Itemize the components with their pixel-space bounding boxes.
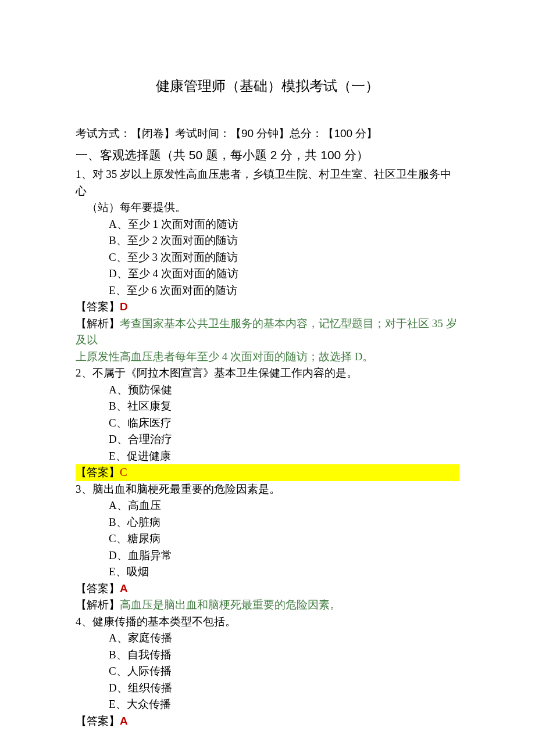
q2-option-e: E、促进健康 [76,448,459,465]
q3-answer-value: A [120,582,128,594]
q3-option-e: E、吸烟 [76,564,459,581]
q4-option-a: A、家庭传播 [76,630,459,647]
q1-option-e: E、至少 6 次面对面的随访 [76,282,459,299]
q4-option-d: D、组织传播 [76,680,459,697]
q3-analysis-text: 高血压是脑出血和脑梗死最重要的危险因素。 [120,599,341,611]
q1-answer-line: 【答案】D [76,299,459,316]
q2-answer-line-highlight: 【答案】C [76,464,459,481]
question-1: 1、对 35 岁以上原发性高血压患者，乡镇卫生院、村卫生室、社区卫生服务中心 （… [76,166,459,365]
q4-option-c: C、人际传播 [76,663,459,680]
q3-answer-line: 【答案】A [76,581,459,597]
q1-stem-line1: 1、对 35 岁以上原发性高血压患者，乡镇卫生院、村卫生室、社区卫生服务中心 [76,166,459,199]
q2-option-c: C、临床医疗 [76,415,459,432]
section-detail: （共 50 题，每小题 2 分，共 100 分） [161,148,369,162]
q2-option-d: D、合理治疗 [76,431,459,448]
q2-number: 2、 [76,367,92,379]
meta-total-value: 【100 分】 [323,127,377,139]
q1-option-c: C、至少 3 次面对面的随访 [76,249,459,266]
q3-answer-label: 【答案】 [76,582,120,594]
q4-number: 4、 [76,615,92,628]
page-title: 健康管理师（基础）模拟考试（一） [76,76,459,96]
q1-option-a: A、至少 1 次面对面的随访 [76,216,459,233]
q1-option-b: B、至少 2 次面对面的随访 [76,232,459,249]
q2-answer-value: C [120,466,127,478]
q3-stem: 3、脑出血和脑梗死最重要的危险因素是。 [76,481,459,498]
q1-stem-line2: （站）每年要提供。 [76,199,459,216]
q1-analysis-line2: 上原发性高血压患者每年至少 4 次面对面的随访；故选择 D。 [76,349,459,366]
q2-option-b: B、社区康复 [76,398,459,415]
q1-analysis-label: 【解析】 [76,317,120,329]
q1-answer-label: 【答案】 [76,300,120,313]
q4-option-e: E、大众传播 [76,696,459,713]
q1-analysis-line1: 【解析】考查国家基本公共卫生服务的基本内容，记忆型题目；对于社区 35 岁及以 [76,316,459,349]
section-prefix: 一、客观选择题 [76,148,161,162]
q2-answer-label: 【答案】 [76,466,120,478]
q1-option-d: D、至少 4 次面对面的随访 [76,266,459,282]
q4-option-b: B、自我传播 [76,647,459,664]
q4-answer-line: 【答案】A [76,713,459,730]
exam-page: 健康管理师（基础）模拟考试（一） 考试方式：【闭卷】考试时间：【90 分钟】总分… [0,0,535,756]
q4-stem-text: 健康传播的基本类型不包括。 [92,615,236,628]
meta-mode-label: 考试方式： [76,127,131,139]
q2-option-a: A、预防保健 [76,382,459,399]
q1-analysis-text1: 考查国家基本公共卫生服务的基本内容，记忆型题目；对于社区 35 岁及以 [76,317,457,346]
section-heading: 一、客观选择题（共 50 题，每小题 2 分，共 100 分） [76,146,459,164]
q4-answer-label: 【答案】 [76,715,120,727]
meta-mode-value: 【闭卷】 [131,127,175,139]
question-2: 2、不属于《阿拉木图宣言》基本卫生保健工作内容的是。 A、预防保健 B、社区康复… [76,365,459,481]
q2-stem-text: 不属于《阿拉木图宣言》基本卫生保健工作内容的是。 [92,367,358,379]
q3-analysis-line: 【解析】高血压是脑出血和脑梗死最重要的危险因素。 [76,597,459,614]
meta-time-label: 考试时间： [175,127,230,139]
q3-number: 3、 [76,483,92,495]
q3-option-d: D、血脂异常 [76,547,459,564]
q4-stem: 4、健康传播的基本类型不包括。 [76,614,459,630]
q3-option-b: B、心脏病 [76,514,459,531]
q3-option-c: C、糖尿病 [76,531,459,547]
q4-answer-value: A [120,715,128,727]
meta-time-value: 【90 分钟】 [230,127,290,139]
q1-answer-value: D [120,300,128,313]
q3-analysis-label: 【解析】 [76,599,120,611]
q3-option-a: A、高血压 [76,497,459,514]
q3-stem-text: 脑出血和脑梗死最重要的危险因素是。 [92,483,280,495]
question-3: 3、脑出血和脑梗死最重要的危险因素是。 A、高血压 B、心脏病 C、糖尿病 D、… [76,481,459,614]
q2-stem: 2、不属于《阿拉木图宣言》基本卫生保健工作内容的是。 [76,365,459,382]
question-4: 4、健康传播的基本类型不包括。 A、家庭传播 B、自我传播 C、人际传播 D、组… [76,614,459,730]
exam-meta-line: 考试方式：【闭卷】考试时间：【90 分钟】总分：【100 分】 [76,126,459,142]
q1-number: 1、 [76,168,92,180]
q1-stem-text1: 对 35 岁以上原发性高血压患者，乡镇卫生院、村卫生室、社区卫生服务中心 [76,168,451,197]
meta-total-label: 总分： [290,127,323,139]
